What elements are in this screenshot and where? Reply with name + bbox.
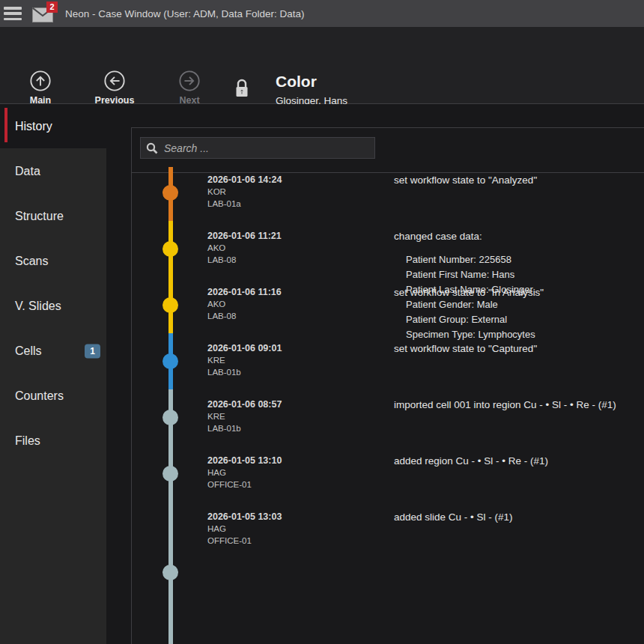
- sidebar-item-v-slides[interactable]: V. Slides: [0, 284, 106, 329]
- entry-station: LAB-01b: [207, 423, 282, 435]
- timeline-dot: [162, 410, 178, 425]
- sidebar-item-label: Counters: [15, 389, 64, 403]
- sidebar-item-history[interactable]: History: [0, 104, 106, 148]
- entry-station: OFFICE-01: [207, 535, 282, 547]
- case-title: Color: [276, 72, 347, 91]
- entry-timestamp: 2026-01-06 09:01: [207, 342, 282, 355]
- entry-message: imported cell 001 into region Cu - • Sl …: [394, 398, 644, 411]
- window-title: Neon - Case Window (User: ADM, Data Fold…: [65, 8, 305, 19]
- timeline-entry: 2026-01-06 09:01KRELAB-01bset workflow s…: [132, 333, 644, 389]
- sidebar-item-data[interactable]: Data: [0, 149, 106, 194]
- sidebar-item-cells[interactable]: Cells1: [0, 329, 106, 374]
- history-timeline: 2026-01-06 14:24KORLAB-01aset workflow s…: [132, 165, 644, 644]
- timeline-entry: 2026-01-06 08:57KRELAB-01bimported cell …: [132, 389, 644, 446]
- timeline-dot: [162, 466, 178, 482]
- arrow-right-circle-icon: [178, 70, 201, 92]
- sidebar-item-scans[interactable]: Scans: [0, 239, 106, 284]
- entry-timestamp: 2026-01-05 13:10: [207, 455, 282, 467]
- entry-station: LAB-01b: [207, 367, 282, 379]
- entry-message-text: set workflow state to "Captured": [394, 342, 644, 355]
- entry-station: LAB-08: [207, 255, 282, 267]
- entry-user: KRE: [207, 355, 282, 367]
- toolbar: MainPreviousNext Color Glosinger, Hans: [0, 27, 644, 104]
- main-region: History DataStructureScansV. SlidesCells…: [0, 104, 644, 644]
- sidebar-item-files[interactable]: Files: [0, 419, 106, 464]
- main-button[interactable]: Main: [7, 70, 74, 106]
- entry-timestamp: 2026-01-06 14:24: [207, 174, 282, 186]
- entry-message: set workflow state to "In Analysis": [394, 286, 644, 299]
- entry-user: KRE: [207, 411, 282, 423]
- entry-meta: 2026-01-06 11:21AKOLAB-08: [207, 230, 282, 266]
- search-input[interactable]: Search ...: [140, 137, 375, 159]
- entry-meta: 2026-01-06 14:24KORLAB-01a: [207, 174, 282, 210]
- entry-timestamp: 2026-01-06 11:16: [207, 286, 282, 299]
- mail-icon[interactable]: 2: [32, 4, 55, 23]
- entry-message-text: imported cell 001 into region Cu - • Sl …: [394, 398, 644, 411]
- timeline-entry: 2026-01-05 13:03HAGOFFICE-01added slide …: [132, 502, 644, 644]
- entry-message: added slide Cu - • Sl - (#1): [394, 511, 644, 523]
- entry-station: LAB-01a: [207, 198, 282, 210]
- timeline-dot: [162, 565, 178, 580]
- timeline-entry: 2026-01-06 11:16AKOLAB-08set workflow st…: [132, 277, 644, 333]
- entry-meta: 2026-01-06 11:16AKOLAB-08: [207, 286, 282, 322]
- next-button[interactable]: Next: [156, 70, 223, 106]
- entry-timestamp: 2026-01-05 13:03: [207, 511, 282, 523]
- entry-user: AKO: [207, 299, 282, 311]
- entry-timestamp: 2026-01-06 11:21: [207, 230, 282, 243]
- entry-message-text: changed case data:: [394, 230, 644, 243]
- entry-message: added region Cu - • Sl - • Re - (#1): [394, 455, 644, 467]
- search-placeholder: Search ...: [164, 142, 209, 154]
- entry-user: HAG: [207, 467, 282, 479]
- entry-message: set workflow state to "Analyzed": [394, 174, 644, 186]
- window-titlebar: 2 Neon - Case Window (User: ADM, Data Fo…: [0, 0, 644, 27]
- entry-user: KOR: [207, 186, 282, 198]
- entry-message: set workflow state to "Captured": [394, 342, 644, 355]
- lock-icon[interactable]: [234, 78, 253, 100]
- timeline-dot: [162, 241, 178, 257]
- sidebar-item-label: Cells: [15, 344, 42, 358]
- entry-meta: 2026-01-06 09:01KRELAB-01b: [207, 342, 282, 378]
- sidebar: History DataStructureScansV. SlidesCells…: [0, 104, 106, 644]
- previous-button[interactable]: Previous: [81, 70, 148, 106]
- entry-meta: 2026-01-06 08:57KRELAB-01b: [207, 398, 282, 434]
- sidebar-item-label: Files: [15, 434, 40, 448]
- sidebar-item-label: Scans: [15, 255, 48, 268]
- entry-user: HAG: [207, 523, 282, 535]
- case-header: Color Glosinger, Hans: [276, 72, 347, 106]
- sidebar-item-label: History: [15, 120, 52, 133]
- timeline-entry: 2026-01-06 11:21AKOLAB-08changed case da…: [132, 221, 644, 277]
- sidebar-item-label: Data: [15, 165, 40, 178]
- cells-count-badge: 1: [85, 344, 100, 359]
- sidebar-item-structure[interactable]: Structure: [0, 194, 106, 239]
- entry-message-text: added region Cu - • Sl - • Re - (#1): [394, 455, 644, 467]
- sidebar-item-label: Structure: [15, 210, 64, 223]
- content-panel: Search ... 2026-01-06 14:24KORLAB-01aset…: [131, 127, 644, 644]
- arrow-left-circle-icon: [103, 70, 126, 92]
- entry-message-text: added slide Cu - • Sl - (#1): [394, 511, 644, 523]
- entry-station: LAB-08: [207, 311, 282, 323]
- sidebar-item-label: V. Slides: [15, 300, 61, 313]
- timeline-entry: 2026-01-05 13:10HAGOFFICE-01added region…: [132, 446, 644, 502]
- sidebar-item-counters[interactable]: Counters: [0, 374, 106, 419]
- timeline-entry: 2026-01-06 14:24KORLAB-01aset workflow s…: [132, 165, 644, 221]
- entry-timestamp: 2026-01-06 08:57: [207, 398, 282, 411]
- entry-user: AKO: [207, 243, 282, 255]
- timeline-dot: [162, 353, 178, 369]
- entry-meta: 2026-01-05 13:03HAGOFFICE-01: [207, 511, 282, 547]
- entry-message-text: set workflow state to "In Analysis": [394, 286, 644, 299]
- timeline-dot: [162, 185, 178, 201]
- entry-message-text: set workflow state to "Analyzed": [394, 174, 644, 186]
- search-icon: [146, 142, 158, 154]
- entry-station: OFFICE-01: [207, 479, 282, 491]
- mail-unread-badge: 2: [46, 1, 58, 13]
- entry-meta: 2026-01-05 13:10HAGOFFICE-01: [207, 455, 282, 490]
- arrow-up-circle-icon: [29, 70, 52, 92]
- entry-detail-line: Patient Number: 225658: [406, 252, 644, 267]
- menu-icon[interactable]: [4, 7, 22, 20]
- timeline-dot: [162, 297, 178, 313]
